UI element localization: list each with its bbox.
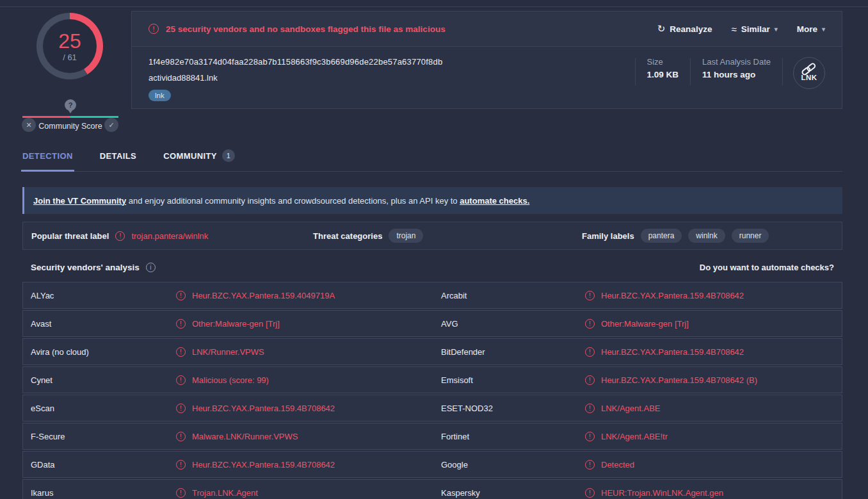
detection-score-widget: 25 / 61 ? ✕ ✓ Community Score (0, 6, 131, 135)
vendor-name: F-Secure (31, 432, 176, 441)
vendors-analysis-title: Security vendors' analysis (22, 263, 140, 272)
size-value: 1.09 KB (647, 70, 679, 79)
family-label-pills: panterawinlnkrunner (641, 229, 769, 243)
detection-exclamation-icon: ! (176, 488, 186, 498)
detection-result: ! LNK/Agent.ABE!tr (585, 432, 842, 441)
threat-category-pill[interactable]: trojan (389, 229, 423, 243)
detection-exclamation-icon: ! (176, 460, 186, 470)
detection-label[interactable]: Malicious (score: 99) (192, 375, 269, 385)
detection-label[interactable]: LNK/Agent.ABE (601, 404, 661, 413)
detection-result: ! Malware.LNK/Runner.VPWS (176, 432, 441, 441)
last-analysis-value: 11 hours ago (702, 70, 771, 79)
detections-total: / 61 (63, 53, 77, 62)
similar-label: Similar (741, 24, 770, 34)
similar-icon: ≈ (731, 24, 736, 35)
tab-details[interactable]: DETAILS (100, 149, 136, 171)
vendors-analysis-header: Security vendors' analysis i Do you want… (22, 256, 842, 278)
detection-label[interactable]: LNK/Runner.VPWS (192, 347, 264, 357)
vendor-name: Avira (no cloud) (31, 347, 176, 357)
detection-exclamation-icon: ! (176, 432, 186, 441)
detection-label[interactable]: Other:Malware-gen [Trj] (192, 319, 280, 329)
file-summary-card: ! 25 security vendors and no sandboxes f… (131, 11, 842, 109)
vendor-name: Fortinet (441, 432, 585, 441)
popular-threat-value[interactable]: trojan.pantera/winlnk (131, 231, 208, 241)
detection-exclamation-icon: ! (176, 347, 186, 357)
reanalyze-label: Reanalyze (670, 24, 712, 34)
detection-score-gauge: 25 / 61 (36, 13, 103, 79)
vendors-analysis-table: ALYac ! Heur.BZC.YAX.Pantera.159.4049719… (22, 282, 842, 499)
vendor-name: Arcabit (441, 291, 585, 300)
threat-exclamation-icon: ! (115, 231, 125, 241)
table-row: Avira (no cloud) ! LNK/Runner.VPWS BitDe… (22, 338, 842, 365)
info-icon[interactable]: i (146, 263, 156, 272)
vendor-name: Google (441, 460, 585, 470)
detection-label[interactable]: Heur.BZC.YAX.Pantera.159.4B708642 (B) (601, 375, 757, 385)
tab-detection[interactable]: DETECTION (22, 149, 73, 171)
vt-community-banner: Join the VT Community and enjoy addition… (22, 187, 842, 214)
vendor-name: BitDefender (441, 347, 585, 357)
detection-label[interactable]: Malware.LNK/Runner.VPWS (192, 432, 298, 441)
file-size-block: Size 1.09 KB (636, 57, 691, 79)
detection-label[interactable]: LNK/Agent.ABE!tr (601, 432, 668, 441)
community-count-badge: 1 (222, 149, 235, 162)
similar-button[interactable]: ≈ Similar ▾ (731, 24, 777, 35)
threat-categories-label: Threat categories (313, 231, 382, 241)
detection-label[interactable]: Trojan.LNK.Agent (192, 488, 258, 498)
vendor-name: AVG (441, 319, 585, 329)
more-button[interactable]: More ▾ (797, 24, 825, 34)
popular-threat-label: Popular threat label (31, 231, 109, 241)
detection-label[interactable]: Heur.BZC.YAX.Pantera.159.4B708642 (192, 460, 335, 470)
automate-checks-prompt[interactable]: Do you want to automate checks? (700, 263, 842, 272)
detection-result: ! Detected (585, 460, 842, 470)
detection-label[interactable]: Heur.BZC.YAX.Pantera.159.4B708642 (601, 291, 744, 300)
vendor-name: Avast (31, 319, 176, 329)
detection-result: ! Malicious (score: 99) (176, 375, 441, 385)
detection-label[interactable]: Other:Malware-gen [Trj] (601, 319, 689, 329)
family-labels-label: Family labels (582, 231, 634, 241)
community-score-bar (22, 116, 118, 118)
threat-categories-group: Threat categories trojan (313, 229, 582, 243)
automate-checks-link[interactable]: automate checks. (460, 196, 529, 206)
family-label-pill[interactable]: winlnk (688, 229, 725, 243)
table-row: Ikarus ! Trojan.LNK.Agent Kaspersky ! HE… (22, 479, 842, 499)
detection-exclamation-icon: ! (176, 291, 186, 300)
detection-label[interactable]: Detected (601, 460, 634, 470)
gauge-inner: 25 / 61 (43, 19, 97, 73)
file-type-tag[interactable]: lnk (149, 90, 171, 101)
report-header-section: 25 / 61 ? ✕ ✓ Community Score ! 25 secur… (0, 0, 868, 136)
vendor-name: eScan (31, 404, 176, 413)
table-row: GData ! Heur.BZC.YAX.Pantera.159.4B70864… (22, 451, 842, 478)
tab-community[interactable]: COMMUNITY 1 (163, 149, 235, 171)
file-details-row: 1f4e982e70a3174d04faa228ab7b1158663f9c3b… (132, 47, 842, 101)
threat-label-card: Popular threat label ! trojan.pantera/wi… (22, 222, 842, 250)
more-label: More (797, 24, 817, 34)
detection-exclamation-icon: ! (176, 375, 186, 385)
detection-label[interactable]: Heur.BZC.YAX.Pantera.159.4B708642 (601, 347, 744, 357)
family-label-pill[interactable]: runner (732, 229, 769, 243)
filetype-lnk-icon: LNK (793, 57, 825, 89)
detection-result: ! LNK/Runner.VPWS (176, 347, 441, 357)
alert-exclamation-icon: ! (149, 24, 159, 34)
detection-label[interactable]: HEUR:Trojan.WinLNK.Agent.gen (601, 488, 723, 498)
file-identity: 1f4e982e70a3174d04faa228ab7b1158663f9c3b… (149, 57, 442, 101)
report-tabs: DETECTION DETAILS COMMUNITY 1 (22, 149, 842, 172)
detection-result: ! Heur.BZC.YAX.Pantera.159.4B708642 (176, 460, 441, 470)
chevron-down-icon: ▾ (775, 26, 778, 33)
vendor-name: ALYac (31, 291, 176, 300)
reanalyze-icon: ↻ (657, 23, 666, 35)
join-vt-community-link[interactable]: Join the VT Community (33, 196, 126, 206)
family-label-pill[interactable]: pantera (641, 229, 682, 243)
detection-result: ! Heur.BZC.YAX.Pantera.159.4B708642 (585, 291, 842, 300)
detection-label[interactable]: Heur.BZC.YAX.Pantera.159.4049719A (192, 291, 335, 300)
chevron-down-icon: ▾ (822, 26, 825, 33)
reanalyze-button[interactable]: ↻ Reanalyze (657, 23, 712, 35)
vendor-name: Emsisoft (441, 375, 585, 385)
vendor-name: Kaspersky (441, 488, 585, 498)
vendor-name: Cynet (31, 375, 176, 385)
vendor-name: Ikarus (31, 488, 176, 498)
table-row: Avast ! Other:Malware-gen [Trj] AVG ! Ot… (22, 310, 842, 337)
detection-label[interactable]: Heur.BZC.YAX.Pantera.159.4B708642 (192, 404, 335, 413)
divider (782, 58, 783, 85)
tab-community-label: COMMUNITY (163, 151, 217, 161)
file-hash[interactable]: 1f4e982e70a3174d04faa228ab7b1158663f9c3b… (149, 57, 442, 67)
